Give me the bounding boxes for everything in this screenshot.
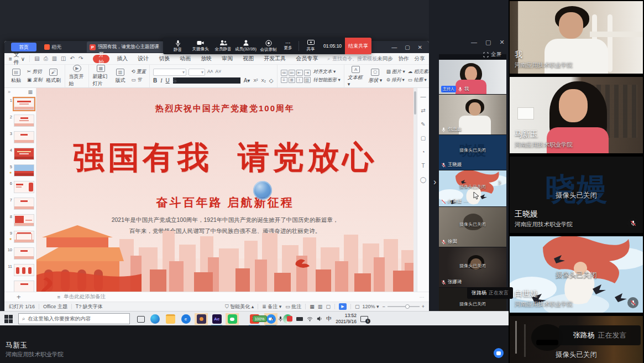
comments-toggle[interactable]: ▭ 批注 (285, 303, 301, 310)
slide-thumb-4[interactable]: 4 (6, 148, 35, 161)
share-screen-button[interactable]: 共享 (301, 40, 320, 52)
align-left-icon[interactable]: ≡ (281, 77, 287, 83)
mute-all-button[interactable]: 全员静音 (212, 40, 234, 52)
meeting-minimize-button[interactable]: — (471, 39, 477, 46)
output-icon[interactable]: ⎙ (44, 55, 48, 62)
italic-button[interactable]: I (160, 77, 162, 84)
file-menu[interactable]: ≡文件∨ (4, 51, 29, 66)
fit-window-icon[interactable]: ▢ (355, 304, 360, 309)
fullscreen-control[interactable]: 全屏 (483, 51, 501, 58)
tab-member[interactable]: 会员专享 (291, 55, 323, 63)
slide-thumb-1[interactable]: 1 (6, 98, 35, 111)
record-button[interactable]: 会议录制 (257, 40, 280, 53)
clear-format-icon[interactable]: ◇ (269, 77, 274, 84)
align-center-icon[interactable]: ≣ (289, 77, 295, 83)
picture-button[interactable]: ▨ 图片 ▾ (386, 69, 405, 75)
tab-start[interactable]: 开始 (93, 55, 109, 63)
switch-icon[interactable]: ⇄ (421, 107, 425, 113)
strip-prev-icon[interactable]: › (433, 177, 436, 187)
notes-toggle[interactable]: ≣ 备注 ▾ (262, 303, 281, 310)
chat-bubble-button[interactable] (494, 348, 504, 358)
zoom-in-button[interactable]: + (422, 304, 425, 309)
task-view-button[interactable] (134, 313, 148, 325)
share-button[interactable]: 分享 (415, 55, 425, 63)
subscript-button[interactable]: X₂ (261, 78, 265, 83)
scroll-top-icon[interactable]: — (421, 94, 426, 100)
sorter-view-icon[interactable]: ▥ (318, 304, 323, 309)
notification-center-icon[interactable]: 1 (360, 316, 368, 322)
shape-button[interactable]: ⬠ 形状 ▾ (367, 69, 384, 84)
battery-indicator[interactable]: 100% (253, 315, 267, 322)
battery-tray-icon[interactable] (296, 317, 303, 321)
meeting-maximize-button[interactable]: ▢ (485, 39, 491, 46)
format-painter-button[interactable]: 🖌 格式刷 (45, 69, 61, 84)
tab-devtools[interactable]: 开发工具 (259, 55, 291, 63)
camera-button[interactable]: 关摄像头 (189, 40, 212, 52)
paste-button[interactable]: ▤ 粘贴 (8, 69, 24, 84)
text-tool-icon[interactable]: T (421, 163, 425, 169)
smart-graphic-button[interactable]: 转智能图形 ▾ (313, 77, 341, 84)
indent-more-icon[interactable]: ⇥ (304, 70, 311, 76)
slide-thumb-7[interactable]: 7 (6, 198, 35, 211)
font-shrink-icon[interactable]: A˅ (216, 69, 222, 76)
tab-view[interactable]: 视图 (238, 55, 259, 63)
tray-expand-icon[interactable]: ∧ (271, 316, 275, 321)
notes-placeholder[interactable]: 单击此处添加备注 (64, 293, 106, 300)
start-button[interactable] (4, 312, 13, 326)
missing-font-warning[interactable]: Ꭲ? 缺失字体 (76, 303, 103, 310)
slide-thumb-9[interactable]: 9★ (6, 231, 35, 244)
strip-tile-participant[interactable]: 晓嫚 摄像头已关闭 王晓嫚 (439, 135, 506, 170)
arrange-button[interactable]: ⊜ 排列 ▾ (386, 77, 405, 84)
edit-icon[interactable]: ✎ (421, 121, 425, 127)
font-grow-icon[interactable]: A˄ (207, 69, 213, 76)
font-size-select[interactable]: ▾ (189, 69, 205, 76)
edge-icon[interactable] (148, 313, 161, 325)
underline-button[interactable]: U (165, 77, 169, 84)
superscript-button[interactable]: X² (253, 78, 258, 83)
wifi-icon[interactable] (307, 317, 313, 321)
font-name-select[interactable]: ▾ (153, 69, 186, 76)
bold-button[interactable]: B (153, 77, 157, 84)
slide-canvas[interactable]: 热烈庆祝中国共产党建党100周年 强国有我 请党放心 奋斗百年路 启航新征程 2… (36, 88, 413, 292)
theme-name[interactable]: Office 主题 (43, 303, 67, 310)
bullet-list-icon[interactable]: ≔ (281, 70, 287, 76)
tab-home[interactable]: 首页 (11, 43, 36, 51)
slide-thumb-11[interactable]: 11 (6, 264, 35, 277)
save-icon[interactable]: ▤ (34, 55, 39, 62)
undo-icon[interactable]: ↶ (70, 55, 75, 62)
browser-360-icon[interactable]: e (179, 313, 192, 325)
print-icon[interactable]: ▥ (52, 55, 57, 62)
number-list-icon[interactable]: ≕ (289, 70, 295, 76)
strip-tile-participant[interactable]: 摄像头已关闭 徐囡 (439, 207, 506, 247)
command-search[interactable]: ⌕ 查找命令、搜索模板 (327, 55, 377, 63)
strip-tile-participant[interactable]: 包忠鑫 (439, 95, 506, 134)
history-icon[interactable]: ◔ (421, 149, 425, 155)
add-slide-button[interactable]: + (17, 293, 21, 301)
taskbar-search[interactable]: ⌕ 在这里输入你要搜索的内容 (18, 313, 130, 324)
speaker-icon[interactable] (317, 316, 322, 321)
align-text-button[interactable]: 对齐文本 ▾ (313, 69, 341, 75)
strip-tile-participant[interactable]: 摄像头已关闭 张娜琦 (439, 247, 506, 287)
tab-insert[interactable]: 插入 (112, 55, 133, 63)
slide-thumb-10[interactable]: 10 (6, 247, 35, 261)
meeting-close-button[interactable]: ✕ (499, 39, 504, 46)
strip-next-icon[interactable]: › (498, 177, 501, 187)
cut-button[interactable]: ✂ 剪切 (27, 69, 42, 75)
line-spacing-icon[interactable]: ↕ (296, 77, 303, 83)
layout-button[interactable]: ▥ 版式 (112, 69, 128, 84)
indent-less-icon[interactable]: ⇤ (296, 70, 303, 76)
section-button[interactable]: ▭ 节 (131, 77, 145, 84)
strike-button[interactable]: S (173, 77, 240, 84)
slide-thumb-12[interactable] (6, 281, 35, 292)
slide-thumb-3[interactable]: 3 (6, 131, 35, 144)
more-button[interactable]: ⋯ 更多 (280, 41, 296, 51)
slide-thumb-5[interactable]: 5★ (6, 164, 35, 178)
preview-icon[interactable]: ◫ (61, 55, 66, 62)
video-tile-self[interactable]: 我 河南应用技术职业学院 (510, 1, 643, 74)
strip-tile-participant[interactable]: 摄像头已关闭 白世婕 ⋯ (439, 170, 506, 206)
columns-icon[interactable]: ▥ (304, 77, 311, 83)
end-share-button[interactable]: 结束共享 (345, 38, 371, 54)
docer-assets-button[interactable]: ☁ 稻壳素材 ▾ (408, 69, 429, 75)
beautify-button[interactable]: ⛉ 智能美化 ▴ (225, 303, 254, 310)
security-tray-icon[interactable] (287, 316, 292, 321)
